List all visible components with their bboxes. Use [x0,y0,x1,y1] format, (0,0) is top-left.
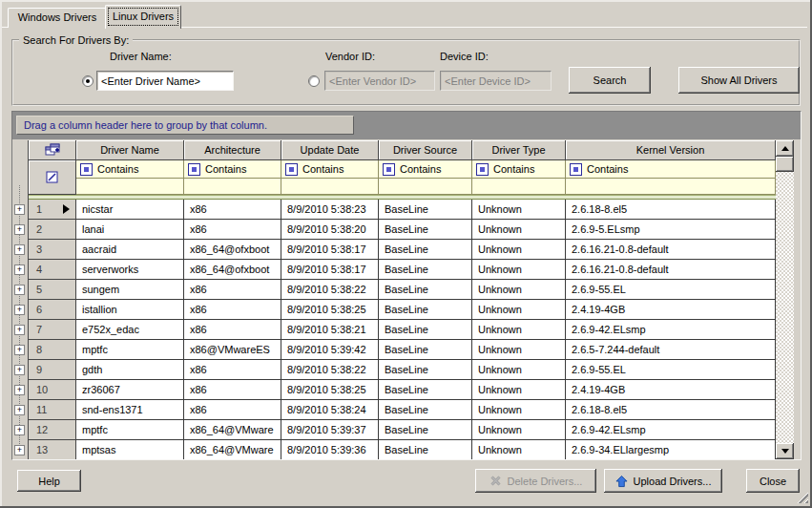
scrollbar-thumb[interactable] [776,157,794,172]
cell-driver-name[interactable]: e752x_edac [76,320,184,340]
cell-update-date[interactable]: 8/9/2010 5:38:22 [281,280,379,300]
cell-driver-type[interactable]: Unknown [472,340,566,360]
cell-driver-name[interactable]: lanai [76,220,184,240]
row-indicator-header-cell[interactable] [29,140,76,160]
filter-condition-icon[interactable] [188,163,200,176]
row-number-cell[interactable]: 5 [29,280,76,300]
tab-windows-drivers[interactable]: Windows Drivers [8,8,107,28]
filter-condition-icon[interactable] [570,163,582,176]
cell-driver-name[interactable]: mptfc [76,340,184,360]
filter-condition-icon[interactable] [383,163,395,176]
cell-driver-source[interactable]: BaseLine [379,260,472,280]
filter-cell-driver-name[interactable]: Contains [76,160,184,179]
cell-architecture[interactable]: x86_64@VMware [184,420,281,440]
cell-driver-type[interactable]: Unknown [472,380,566,400]
table-row[interactable]: 11snd-ens1371x868/9/2010 5:38:24BaseLine… [29,400,776,420]
cell-driver-source[interactable]: BaseLine [379,300,472,320]
cell-architecture[interactable]: x86_64@ofxboot [184,260,281,280]
row-number-cell[interactable]: 11 [29,400,76,420]
cell-update-date[interactable]: 8/9/2010 5:38:20 [281,220,379,240]
expand-row-icon[interactable]: + [14,365,25,375]
cell-driver-type[interactable]: Unknown [472,240,566,260]
row-number-cell[interactable]: 7 [29,320,76,340]
cell-driver-name[interactable]: aacraid [76,240,184,260]
filter-cell-architecture[interactable]: Contains [184,160,281,179]
cell-driver-type[interactable]: Unknown [472,400,566,420]
cell-driver-source[interactable]: BaseLine [379,380,472,400]
cell-kernel-version[interactable]: 2.6.9-5.ELsmp [566,220,776,240]
cell-driver-source[interactable]: BaseLine [379,420,472,440]
filter-input-architecture[interactable] [184,179,281,195]
driver-name-input[interactable] [96,71,234,91]
expand-row-icon[interactable]: + [14,445,25,455]
column-header-update-date[interactable]: Update Date [281,140,379,160]
expand-row-icon[interactable]: + [14,385,25,395]
expand-row-icon[interactable]: + [14,224,25,235]
search-button[interactable]: Search [569,67,651,94]
cell-architecture[interactable]: x86 [184,360,281,380]
column-header-driver-source[interactable]: Driver Source [379,140,472,160]
cell-architecture[interactable]: x86 [184,380,281,400]
filter-cell-driver-source[interactable]: Contains [379,160,472,179]
cell-update-date[interactable]: 8/9/2010 5:38:25 [281,300,379,320]
cell-driver-source[interactable]: BaseLine [379,220,472,240]
expand-row-icon[interactable]: + [14,244,25,255]
cell-update-date[interactable]: 8/9/2010 5:38:23 [281,200,379,220]
cell-driver-source[interactable]: BaseLine [379,280,472,300]
vendor-device-radio[interactable] [308,75,320,87]
table-row[interactable]: 12mptfcx86_64@VMware8/9/2010 5:39:37Base… [29,420,776,440]
cell-driver-type[interactable]: Unknown [472,280,566,300]
cell-driver-name[interactable]: sungem [76,280,184,300]
cell-driver-type[interactable]: Unknown [472,220,566,240]
cell-driver-type[interactable]: Unknown [472,360,566,380]
column-header-driver-name[interactable]: Driver Name [76,140,184,160]
cell-driver-source[interactable]: BaseLine [379,360,472,380]
expand-row-icon[interactable]: + [14,425,25,435]
table-row[interactable]: 3aacraidx86_64@ofxboot8/9/2010 5:38:17Ba… [29,240,776,260]
cell-driver-source[interactable]: BaseLine [379,400,472,420]
cell-kernel-version[interactable]: 2.6.9-34.ELlargesmp [566,440,776,459]
scroll-down-button[interactable] [776,443,794,459]
cell-driver-name[interactable]: gdth [76,360,184,380]
row-number-cell[interactable]: 2 [29,220,76,240]
expand-row-icon[interactable]: + [14,345,25,355]
table-row[interactable]: 4serverworksx86_64@ofxboot8/9/2010 5:38:… [29,260,776,280]
cell-architecture[interactable]: x86@VMwareES [184,340,281,360]
cell-driver-name[interactable]: mptfc [76,420,184,440]
cell-update-date[interactable]: 8/9/2010 5:38:25 [281,380,379,400]
filter-condition-icon[interactable] [285,163,298,176]
cell-driver-type[interactable]: Unknown [472,420,566,440]
filter-cell-update-date[interactable]: Contains [281,160,379,179]
cell-update-date[interactable]: 8/9/2010 5:39:36 [281,440,379,459]
cell-architecture[interactable]: x86 [184,220,281,240]
expand-row-icon[interactable]: + [14,265,25,275]
cell-update-date[interactable]: 8/9/2010 5:39:42 [281,340,379,360]
vendor-id-input[interactable] [324,71,435,91]
cell-driver-type[interactable]: Unknown [472,200,566,220]
filter-input-update-date[interactable] [281,179,379,195]
cell-kernel-version[interactable]: 2.6.5-7.244-default [566,340,776,360]
table-row[interactable]: 6istallionx868/9/2010 5:38:25BaseLineUnk… [29,300,776,320]
cell-update-date[interactable]: 8/9/2010 5:38:17 [281,260,379,280]
row-number-cell[interactable]: 13 [29,440,76,459]
filter-cell-kernel-version[interactable]: Contains [566,160,776,179]
cell-driver-source[interactable]: BaseLine [379,320,472,340]
cell-update-date[interactable]: 8/9/2010 5:38:22 [281,360,379,380]
cell-architecture[interactable]: x86 [184,300,281,320]
row-number-cell[interactable]: 12 [29,420,76,440]
table-row[interactable]: 2lanaix868/9/2010 5:38:20BaseLineUnknown… [29,220,776,240]
filter-input-driver-type[interactable] [472,179,566,195]
cell-driver-name[interactable]: zr36067 [76,380,184,400]
cell-driver-name[interactable]: snd-ens1371 [76,400,184,420]
row-number-cell[interactable]: 9 [29,360,76,380]
driver-name-radio[interactable] [82,75,94,87]
customize-cell[interactable] [29,160,76,195]
cell-kernel-version[interactable]: 2.4.19-4GB [566,380,776,400]
cell-kernel-version[interactable]: 2.6.9-55.EL [566,360,776,380]
column-header-driver-type[interactable]: Driver Type [472,140,566,160]
expand-row-icon[interactable]: + [14,325,25,335]
cell-update-date[interactable]: 8/9/2010 5:38:21 [281,320,379,340]
cell-kernel-version[interactable]: 2.6.18-8.el5 [566,400,776,420]
table-row[interactable]: 9gdthx868/9/2010 5:38:22BaseLineUnknown2… [29,360,776,380]
cell-kernel-version[interactable]: 2.4.19-4GB [566,300,776,320]
